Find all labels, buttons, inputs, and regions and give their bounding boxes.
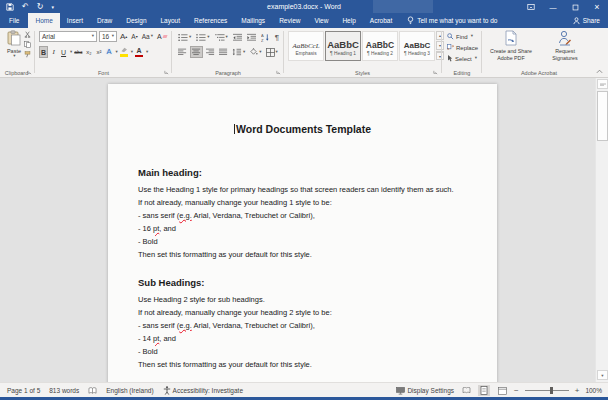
share-button[interactable]: Share: [573, 13, 600, 28]
ribbon-display-options-icon[interactable]: [520, 0, 542, 14]
font-color-dropdown-icon[interactable]: ▾: [146, 50, 148, 55]
increase-indent-icon[interactable]: [246, 32, 257, 43]
highlight-dropdown-icon[interactable]: ▾: [131, 50, 133, 55]
request-signatures-button[interactable]: Request Signatures: [539, 30, 591, 72]
page-indicator[interactable]: Page 1 of 5: [7, 387, 40, 394]
style-heading-3[interactable]: AaBbC ¶ Heading 3: [399, 31, 435, 61]
save-icon[interactable]: [6, 1, 14, 13]
paragraph-dialog-launcher-icon[interactable]: [276, 70, 281, 75]
align-right-icon[interactable]: [205, 47, 216, 57]
decrease-indent-icon[interactable]: [232, 32, 243, 43]
line-spacing-icon[interactable]: ▾: [231, 47, 246, 57]
tab-references[interactable]: References: [187, 13, 234, 28]
italic-icon[interactable]: I: [49, 46, 58, 58]
shrink-font-icon[interactable]: A▾: [130, 32, 138, 41]
copy-icon[interactable]: [24, 41, 31, 48]
zoom-out-button[interactable]: −: [514, 386, 519, 395]
justify-icon[interactable]: [218, 47, 229, 57]
read-mode-view-icon[interactable]: [460, 385, 472, 396]
tab-home[interactable]: Home: [28, 13, 59, 28]
zoom-level[interactable]: 100%: [585, 387, 602, 394]
document-page[interactable]: Word Documents Template Main heading:Use…: [108, 84, 497, 382]
style-heading-2[interactable]: AaBbC ¶ Heading 2: [362, 31, 398, 61]
strikethrough-icon[interactable]: abc: [73, 46, 83, 58]
redo-icon[interactable]: ↻: [37, 1, 44, 13]
zoom-slider-thumb[interactable]: [550, 387, 553, 394]
tab-layout[interactable]: Layout: [154, 13, 188, 28]
styles-more-icon[interactable]: ▾: [436, 51, 444, 60]
find-button[interactable]: Find ▾: [447, 31, 478, 42]
shading-icon[interactable]: ▾: [248, 47, 262, 57]
tab-view[interactable]: View: [307, 13, 335, 28]
sort-icon[interactable]: AZ: [260, 32, 271, 43]
superscript-icon[interactable]: x²: [94, 46, 103, 58]
grow-font-icon[interactable]: A▴: [119, 31, 128, 42]
tell-me-box[interactable]: Tell me what you want to do: [407, 13, 497, 28]
show-paragraph-marks-icon[interactable]: ¶: [274, 32, 280, 43]
tab-mailings[interactable]: Mailings: [234, 13, 272, 28]
align-left-icon[interactable]: [177, 47, 188, 57]
document-area[interactable]: Word Documents Template Main heading:Use…: [0, 78, 608, 382]
styles-scroll-down-icon[interactable]: ▾: [436, 41, 444, 50]
paste-button[interactable]: Paste ▾: [3, 30, 25, 70]
highlight-color-icon[interactable]: [119, 46, 129, 58]
replace-button[interactable]: Replace: [447, 42, 478, 53]
styles-dialog-launcher-icon[interactable]: [433, 70, 438, 75]
tab-acrobat[interactable]: Acrobat: [363, 13, 399, 28]
line-spacing-dropdown-icon[interactable]: ▾: [243, 50, 245, 55]
close-button[interactable]: ×: [586, 0, 608, 14]
bullets-icon[interactable]: ▾: [177, 32, 192, 43]
web-layout-view-icon[interactable]: [496, 385, 508, 396]
tab-file[interactable]: File: [0, 13, 28, 28]
tab-insert[interactable]: Insert: [60, 13, 90, 28]
style-heading-1[interactable]: AaBbC ¶ Heading 1: [325, 31, 361, 61]
text-effects-dropdown-icon[interactable]: ▾: [115, 50, 117, 55]
style-emphasis[interactable]: AaBbCcL Emphasis: [288, 31, 324, 61]
language-indicator[interactable]: English (Ireland): [106, 387, 153, 394]
zoom-slider-track[interactable]: [525, 390, 569, 391]
align-center-icon[interactable]: [190, 46, 203, 58]
create-share-pdf-button[interactable]: Create and Share Adobe PDF: [485, 30, 537, 72]
vertical-scrollbar[interactable]: ▾: [595, 78, 608, 382]
print-layout-view-icon[interactable]: [478, 385, 490, 396]
restore-button[interactable]: [564, 0, 586, 14]
collapse-ribbon-icon[interactable]: [596, 69, 603, 74]
borders-icon[interactable]: ▾: [265, 47, 279, 58]
tab-draw[interactable]: Draw: [90, 13, 119, 28]
text-effects-icon[interactable]: A: [104, 46, 113, 58]
scrollbar-top-button[interactable]: [597, 79, 608, 89]
font-dialog-launcher-icon[interactable]: [164, 70, 169, 75]
borders-dropdown-icon[interactable]: ▾: [276, 50, 278, 55]
font-color-icon[interactable]: A: [134, 46, 144, 58]
shading-dropdown-icon[interactable]: ▾: [259, 50, 261, 55]
multilevel-list-icon[interactable]: ▾: [214, 32, 229, 43]
word-count[interactable]: 813 words: [49, 387, 79, 394]
bold-icon[interactable]: B: [39, 46, 48, 58]
change-case-icon[interactable]: Aa▾: [141, 32, 154, 41]
minimize-button[interactable]: —: [542, 0, 564, 14]
styles-scroll-up-icon[interactable]: ▴: [436, 31, 444, 40]
clear-formatting-icon[interactable]: A: [156, 32, 168, 41]
zoom-in-button[interactable]: +: [575, 386, 580, 395]
accessibility-status[interactable]: Accessibility: Investigate: [163, 386, 243, 395]
subscript-icon[interactable]: x₂: [84, 46, 93, 58]
bullets-dropdown-icon[interactable]: ▾: [189, 35, 191, 40]
multilevel-dropdown-icon[interactable]: ▾: [226, 35, 228, 40]
paste-dropdown-icon[interactable]: ▾: [13, 54, 15, 59]
underline-icon[interactable]: U: [59, 46, 68, 58]
font-name-combo[interactable]: Arial ▾: [39, 31, 97, 42]
display-settings-button[interactable]: Display Settings: [396, 387, 454, 395]
tab-review[interactable]: Review: [272, 13, 307, 28]
zoom-slider[interactable]: [525, 387, 569, 394]
tab-design[interactable]: Design: [119, 13, 153, 28]
select-button[interactable]: Select ▾: [447, 53, 478, 64]
format-painter-icon[interactable]: [24, 51, 31, 58]
cut-icon[interactable]: [24, 31, 31, 38]
numbering-icon[interactable]: ▾: [195, 32, 210, 43]
undo-icon[interactable]: ↶: [22, 1, 29, 13]
scrollbar-thumb[interactable]: [597, 91, 608, 141]
underline-dropdown-icon[interactable]: ▾: [70, 50, 72, 55]
proofing-icon[interactable]: [88, 387, 97, 395]
clipboard-dialog-launcher-icon[interactable]: [27, 70, 32, 75]
numbering-dropdown-icon[interactable]: ▾: [207, 35, 209, 40]
